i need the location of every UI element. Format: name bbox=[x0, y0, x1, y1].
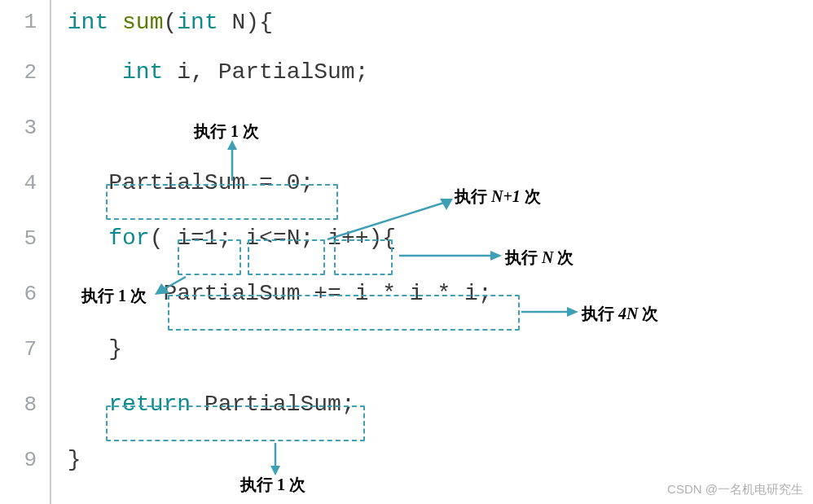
lineno: 4 bbox=[0, 156, 49, 211]
svg-marker-9 bbox=[567, 307, 578, 317]
keyword-for: for bbox=[108, 226, 149, 251]
watermark: CSDN @一名机电研究生 bbox=[667, 482, 803, 497]
box-partialsum-init bbox=[106, 184, 338, 220]
arrow-to-body bbox=[521, 303, 582, 321]
code-line-3 bbox=[54, 100, 492, 156]
code-line-2: int i, PartialSum; bbox=[54, 45, 492, 100]
gutter-separator bbox=[50, 0, 51, 504]
brace-open: ){ bbox=[245, 10, 273, 35]
ann-exec-1-left: 执行 1 次 bbox=[81, 285, 147, 307]
ann-exec-1-bottom: 执行 1 次 bbox=[240, 474, 305, 496]
lineno: 8 bbox=[0, 377, 49, 432]
box-for-cond bbox=[248, 239, 325, 275]
ann-exec-np1: 执行 N+1 次 bbox=[455, 186, 541, 208]
italic-4n: 4N bbox=[618, 305, 638, 322]
box-return bbox=[106, 405, 365, 441]
lineno: 9 bbox=[0, 432, 49, 488]
lineno: 2 bbox=[0, 45, 49, 100]
ann-exec-4n: 执行 4N 次 bbox=[582, 303, 658, 325]
brace-close: } bbox=[108, 336, 122, 362]
lineno: 7 bbox=[0, 322, 49, 377]
italic-n: N bbox=[542, 248, 553, 266]
box-for-inc bbox=[334, 239, 393, 275]
ann-exec-n: 执行 N 次 bbox=[505, 247, 573, 269]
ann-exec-1-top: 执行 1 次 bbox=[194, 121, 259, 142]
box-loop-body bbox=[168, 295, 520, 331]
svg-marker-5 bbox=[490, 251, 502, 261]
keyword-int: int bbox=[122, 59, 163, 85]
brace-close: } bbox=[68, 447, 81, 472]
lineno: 1 bbox=[0, 0, 49, 45]
lineno: 6 bbox=[0, 266, 49, 322]
code-line-1: int sum(int N){ bbox=[54, 0, 492, 45]
lineno: 5 bbox=[0, 211, 49, 266]
decl: i, PartialSum; bbox=[163, 59, 368, 85]
lineno: 3 bbox=[0, 100, 49, 156]
func-name: sum bbox=[122, 10, 163, 35]
line-number-gutter: 1 2 3 4 5 6 7 8 9 bbox=[0, 0, 49, 488]
italic-np1: N+1 bbox=[491, 187, 521, 205]
box-for-init bbox=[178, 239, 241, 275]
keyword-int: int bbox=[68, 10, 108, 35]
keyword-int: int bbox=[177, 10, 218, 35]
param-N: N bbox=[232, 10, 246, 35]
